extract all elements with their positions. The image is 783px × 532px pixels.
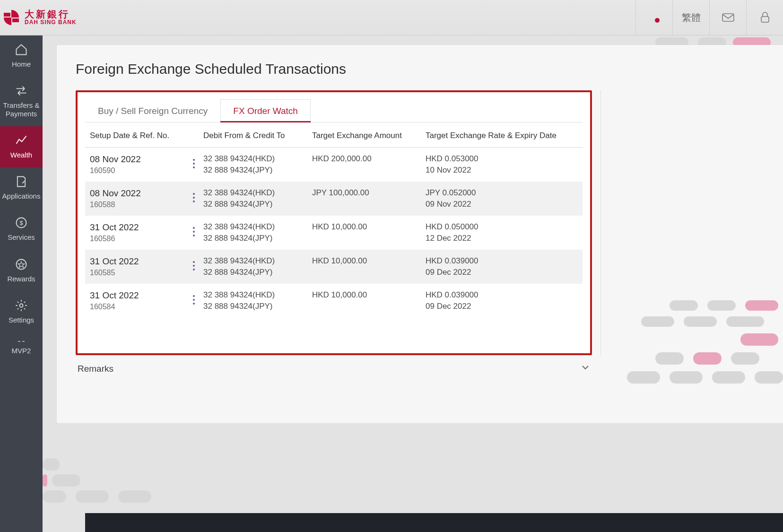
sidebar-item-settings[interactable]: Settings — [0, 291, 43, 332]
credit-account: 32 888 94324(JPY) — [203, 268, 312, 277]
target-amount: HKD 10,000.00 — [312, 290, 426, 300]
sidebar-item-transfers[interactable]: Transfers & Payments — [0, 77, 43, 126]
sidebar-item-label: Settings — [9, 316, 34, 324]
decor-pill — [52, 474, 80, 487]
tab-fx-order-watch[interactable]: FX Order Watch — [220, 99, 311, 122]
credit-account: 32 888 94324(JPY) — [203, 166, 312, 175]
remarks-toggle[interactable]: Remarks — [76, 359, 592, 375]
bank-name-cn: 大新銀行 — [25, 9, 77, 19]
col-rate-expiry: Target Exchange Rate & Expiry Date — [426, 131, 578, 140]
lock-icon[interactable] — [746, 0, 783, 35]
svg-point-4 — [649, 18, 654, 23]
decor-pill — [755, 371, 783, 384]
table-row: 31 Oct 2022 160585 32 388 94324(HKD) 32 … — [85, 250, 583, 284]
target-rate: JPY 0.052000 — [426, 188, 578, 198]
target-rate: HKD 0.039000 — [426, 256, 578, 266]
row-actions-menu[interactable] — [184, 154, 203, 173]
svg-point-26 — [193, 295, 195, 297]
svg-point-28 — [193, 303, 195, 305]
svg-point-3 — [655, 12, 660, 17]
sidebar-item-label: Rewards — [7, 275, 35, 283]
sidebar-item-rewards[interactable]: Rewards — [0, 250, 43, 291]
decor-pill — [641, 316, 674, 327]
target-amount: JPY 100,000.00 — [312, 188, 426, 198]
debit-account: 32 388 94324(HKD) — [203, 256, 312, 266]
sidebar-item-label: Home — [12, 60, 31, 68]
col-setup-date: Setup Date & Ref. No. — [90, 131, 203, 140]
row-actions-menu[interactable] — [184, 188, 203, 207]
panel-tabs: Buy / Sell Foreign Currency FX Order Wat… — [85, 99, 583, 122]
svg-point-19 — [193, 201, 195, 202]
svg-text:$: $ — [19, 219, 23, 227]
target-amount: HKD 10,000.00 — [312, 222, 426, 232]
row-actions-menu[interactable] — [184, 256, 203, 275]
decor-pill — [707, 300, 736, 311]
sidebar-item-applications[interactable]: Applications — [0, 167, 43, 209]
svg-point-20 — [193, 227, 195, 229]
sidebar-item-home[interactable]: Home — [0, 35, 43, 77]
bank-logo-mark — [3, 9, 20, 26]
sidebar-item-label: Transfers & Payments — [2, 101, 41, 118]
decor-pill — [118, 490, 151, 503]
language-toggle[interactable]: 繁體 — [672, 0, 709, 35]
row-actions-menu[interactable] — [184, 290, 203, 309]
sidebar-item-label: MVP2 — [12, 347, 31, 355]
svg-point-27 — [193, 299, 195, 301]
decor-pill — [745, 300, 778, 311]
decor-pill — [43, 458, 60, 471]
decor-pill — [627, 371, 660, 384]
decor-pill — [693, 352, 722, 365]
col-target-amount: Target Exchange Amount — [312, 131, 426, 140]
decor-pill — [740, 333, 778, 346]
mail-icon[interactable] — [709, 0, 746, 35]
decor-pill — [670, 371, 703, 384]
settings-icon — [15, 299, 28, 312]
sidebar-item-mvp2[interactable]: MVP2 — [0, 332, 43, 363]
row-actions-menu[interactable] — [184, 222, 203, 241]
target-rate: HKD 0.050000 — [426, 222, 578, 232]
table-body: 08 Nov 2022 160590 32 388 94324(HKD) 32 … — [85, 148, 583, 318]
table-row: 08 Nov 2022 160590 32 388 94324(HKD) 32 … — [85, 148, 583, 182]
sidebar-item-label: Services — [8, 233, 35, 241]
svg-point-5 — [655, 18, 660, 23]
decor-pill — [731, 352, 759, 365]
transfers-icon — [15, 84, 28, 97]
svg-point-16 — [193, 166, 195, 168]
content-card: Foreign Exchange Scheduled Transactions … — [57, 45, 783, 423]
fx-order-panel: Buy / Sell Foreign Currency FX Order Wat… — [76, 90, 592, 355]
sidebar-item-services[interactable]: $ Services — [0, 209, 43, 250]
bank-name-en: DAH SING BANK — [25, 19, 77, 26]
debit-account: 32 388 94324(HKD) — [203, 290, 312, 300]
tab-buy-sell-fx[interactable]: Buy / Sell Foreign Currency — [85, 99, 220, 122]
debit-account: 32 388 94324(HKD) — [203, 188, 312, 198]
rewards-icon — [15, 258, 28, 271]
decor-pill — [43, 474, 47, 487]
ref-no: 160584 — [90, 303, 184, 311]
setup-date: 08 Nov 2022 — [90, 188, 184, 199]
sidebar-item-wealth[interactable]: Wealth — [0, 126, 43, 167]
ref-no: 160590 — [90, 166, 184, 175]
vertical-divider — [600, 90, 601, 355]
dash-icon — [17, 340, 25, 343]
svg-point-14 — [193, 159, 195, 161]
svg-rect-0 — [4, 13, 10, 17]
col-debit-credit: Debit From & Credit To — [203, 131, 312, 140]
decor-pill — [43, 490, 66, 503]
chevron-down-icon — [581, 363, 590, 375]
page-title: Foreign Exchange Scheduled Transactions — [76, 61, 764, 77]
target-amount: HKD 10,000.00 — [312, 256, 426, 266]
target-amount: HKD 200,000.00 — [312, 154, 426, 164]
apps-menu-button[interactable] — [635, 0, 672, 35]
home-icon — [15, 43, 28, 56]
svg-point-22 — [193, 235, 195, 236]
ref-no: 160585 — [90, 269, 184, 277]
applications-icon — [15, 175, 28, 188]
target-rate: HKD 0.053000 — [426, 154, 578, 164]
services-icon: $ — [15, 216, 28, 229]
svg-point-15 — [193, 163, 195, 165]
expiry-date: 09 Dec 2022 — [426, 268, 578, 277]
expiry-date: 10 Nov 2022 — [426, 166, 578, 175]
credit-account: 32 888 94324(JPY) — [203, 234, 312, 243]
sidebar-item-label: Applications — [2, 192, 41, 200]
svg-rect-7 — [761, 17, 769, 22]
